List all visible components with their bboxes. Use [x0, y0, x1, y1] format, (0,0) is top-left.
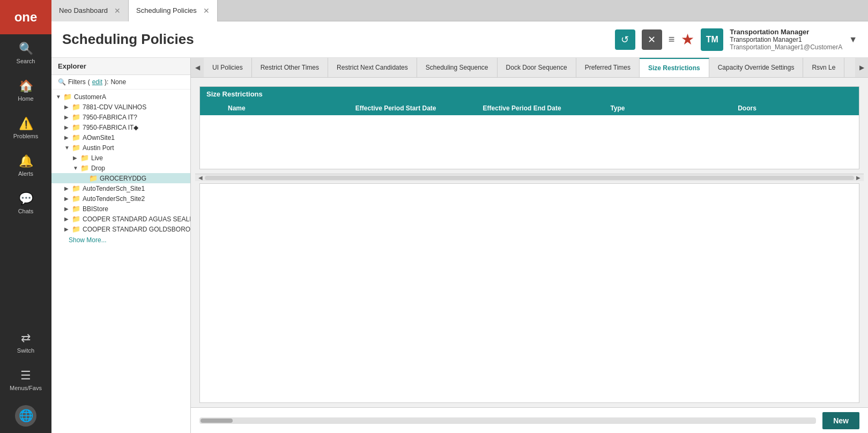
folder-icon: 📁: [72, 103, 80, 111]
menu-icon: ☰: [20, 369, 31, 383]
tab-ui-policies[interactable]: UI Policies: [204, 58, 252, 77]
tab-restrict-next-candidates[interactable]: Restrict Next Candidates: [328, 58, 417, 77]
tab-scroll-right-button[interactable]: ▶: [855, 58, 868, 77]
footer-bar: New: [191, 407, 868, 433]
tree-item-aownsite1[interactable]: ▶ 📁 AOwnSite1: [51, 132, 190, 143]
main-content: Neo Dashboard ✕ Scheduling Policies ✕ Sc…: [51, 0, 868, 433]
app-logo[interactable]: one: [0, 0, 51, 34]
tree-label: Live: [91, 154, 103, 162]
tab-close-neo-dashboard[interactable]: ✕: [114, 6, 121, 15]
tree-label: 7950-FABRICA IT◆: [83, 124, 138, 131]
sidebar-item-label: Home: [18, 95, 33, 102]
scroll-track[interactable]: [205, 176, 854, 180]
globe-icon: 🌐: [15, 405, 36, 427]
tab-dock-door-sequence[interactable]: Dock Door Sequence: [498, 58, 576, 77]
scroll-right-arrow[interactable]: ▶: [855, 175, 862, 181]
sidebar-item-label: Alerts: [18, 170, 33, 177]
folder-icon: 📁: [72, 133, 80, 141]
sidebar-item-label: Chats: [18, 208, 34, 214]
tree-item-cooper-aguas[interactable]: ▶ 📁 COOPER STANDARD AGUAS SEALING (:: [51, 214, 190, 224]
folder-icon: 📁: [72, 144, 80, 152]
header-actions: ↺ ✕ ≡ ★ TM Transportation Manager Transp…: [615, 28, 857, 51]
explorer-header: Explorer: [51, 58, 190, 75]
sidebar-item-problems[interactable]: ⚠️ Problems: [0, 109, 51, 147]
sidebar-item-chats[interactable]: 💬 Chats: [0, 184, 51, 222]
expander-icon: ▶: [64, 114, 72, 120]
tree-label: GROCERYDDG: [100, 175, 146, 182]
sidebar-item-menus[interactable]: ☰ Menus/Favs: [0, 361, 51, 399]
tab-scroll-left-button[interactable]: ◀: [191, 58, 204, 77]
expander-icon: ▶: [64, 206, 72, 212]
tree-item-live[interactable]: ▶ 📁 Live: [51, 153, 190, 163]
user-name: Transportation Manager1: [730, 36, 842, 43]
tab-preferred-times[interactable]: Preferred Times: [576, 58, 640, 77]
sidebar-item-switch[interactable]: ⇄ Switch: [0, 324, 51, 361]
tree-label: COOPER STANDARD GOLDSBORO: [83, 226, 190, 233]
expander-icon: ▼: [56, 94, 63, 100]
sidebar-item-alerts[interactable]: 🔔 Alerts: [0, 147, 51, 184]
tree-item-7950-2[interactable]: ▶ 📁 7950-FABRICA IT◆: [51, 122, 190, 132]
tab-size-restrictions[interactable]: Size Restrictions: [640, 58, 709, 77]
tree-item-autotendersch-site2[interactable]: ▶ 📁 AutoTenderSch_Site2: [51, 193, 190, 204]
tree-label: COOPER STANDARD AGUAS SEALING (:: [83, 215, 190, 223]
tab-close-scheduling-policies[interactable]: ✕: [203, 6, 210, 15]
horizontal-scrollbar[interactable]: ◀ ▶: [195, 174, 864, 181]
tree-label: 7950-FABRICA IT?: [83, 114, 137, 121]
new-button[interactable]: New: [822, 412, 859, 429]
user-avatar: TM: [701, 28, 723, 51]
tree-item-autotendersch-site1[interactable]: ▶ 📁 AutoTenderSch_Site1: [51, 183, 190, 193]
footer-scroll-bar[interactable]: [199, 417, 816, 424]
col-end-date: Effective Period End Date: [477, 101, 604, 115]
col-checkbox: [200, 101, 221, 115]
close-button[interactable]: ✕: [642, 29, 662, 50]
menu-button[interactable]: ≡: [669, 33, 675, 46]
scroll-thumb[interactable]: [201, 419, 233, 423]
filter-edit-link[interactable]: edit: [92, 78, 102, 86]
detail-area: [199, 183, 859, 403]
table-title: Size Restrictions: [200, 87, 859, 101]
folder-icon: 📁: [72, 123, 80, 131]
tree-label: AutoTenderSch_Site1: [83, 185, 145, 192]
tree-label: AutoTenderSch_Site2: [83, 195, 145, 203]
tab-restrict-other-times[interactable]: Restrict Other Times: [252, 58, 328, 77]
tree-label: CustomerA: [74, 93, 106, 101]
globe-button[interactable]: 🌐: [0, 399, 51, 433]
tab-scheduling-policies[interactable]: Scheduling Policies ✕: [129, 0, 218, 21]
folder-icon: 📁: [72, 195, 80, 203]
tree-item-austin-port[interactable]: ▼ 📁 Austin Port: [51, 143, 190, 153]
scroll-left-arrow[interactable]: ◀: [197, 175, 204, 181]
tree-item-drop[interactable]: ▼ 📁 Drop: [51, 163, 190, 173]
tree-item-groceryddg[interactable]: 📁 GROCERYDDG: [51, 173, 190, 183]
explorer-tree: ▼ 📁 CustomerA ▶ 📁 7881-CDV VALINHOS ▶ 📁 …: [51, 89, 190, 433]
warning-icon: ⚠️: [19, 117, 33, 131]
expander-icon: ▶: [64, 124, 72, 130]
folder-icon: 📁: [89, 174, 98, 182]
expander-icon: ▶: [73, 155, 80, 161]
explorer-panel: Explorer 🔍 Filters (edit): None ▼ 📁 Cust…: [51, 58, 191, 433]
folder-icon: 📁: [80, 154, 89, 162]
tab-rsvn-le[interactable]: Rsvn Le: [803, 58, 844, 77]
tree-item-customerA[interactable]: ▼ 📁 CustomerA: [51, 92, 190, 102]
refresh-button[interactable]: ↺: [615, 29, 635, 50]
show-more-link[interactable]: Show More...: [51, 234, 190, 246]
user-dropdown-arrow[interactable]: ▼: [849, 35, 857, 44]
table-header: Name Effective Period Start Date Effecti…: [200, 101, 859, 115]
tab-capacity-override-settings[interactable]: Capacity Override Settings: [709, 58, 804, 77]
page-title: Scheduling Policies: [62, 31, 615, 48]
tree-item-7950-1[interactable]: ▶ 📁 7950-FABRICA IT?: [51, 112, 190, 122]
switch-icon: ⇄: [21, 331, 31, 345]
chat-icon: 💬: [19, 192, 33, 206]
tree-label: AOwnSite1: [83, 134, 115, 141]
tab-neo-dashboard[interactable]: Neo Dashboard ✕: [51, 0, 129, 21]
tree-item-bbistore[interactable]: ▶ 📁 BBIStore: [51, 204, 190, 214]
expander-icon: ▼: [64, 145, 72, 151]
col-type: Type: [604, 101, 731, 115]
sidebar-item-label: Problems: [13, 133, 38, 139]
notification-badge-container: ★: [681, 31, 694, 48]
sidebar-bottom: ⇄ Switch ☰ Menus/Favs 🌐: [0, 324, 51, 433]
tree-item-7881[interactable]: ▶ 📁 7881-CDV VALINHOS: [51, 102, 190, 112]
tab-scheduling-sequence[interactable]: Scheduling Sequence: [417, 58, 498, 77]
tree-item-cooper-goldsboro[interactable]: ▶ 📁 COOPER STANDARD GOLDSBORO: [51, 224, 190, 234]
sidebar-item-search[interactable]: 🔍 Search: [0, 34, 51, 72]
sidebar-item-home[interactable]: 🏠 Home: [0, 72, 51, 109]
